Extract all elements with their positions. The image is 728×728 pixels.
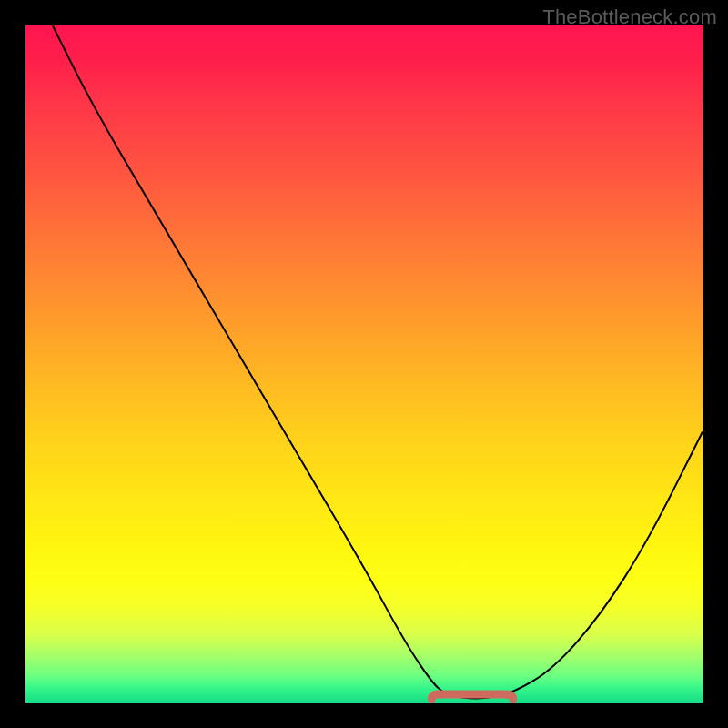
chart-svg xyxy=(25,25,703,703)
bottleneck-curve xyxy=(53,25,703,699)
watermark-text: TheBottleneck.com xyxy=(542,5,717,29)
flat-minimum-marker xyxy=(431,694,512,699)
chart-plot-area xyxy=(25,25,703,703)
